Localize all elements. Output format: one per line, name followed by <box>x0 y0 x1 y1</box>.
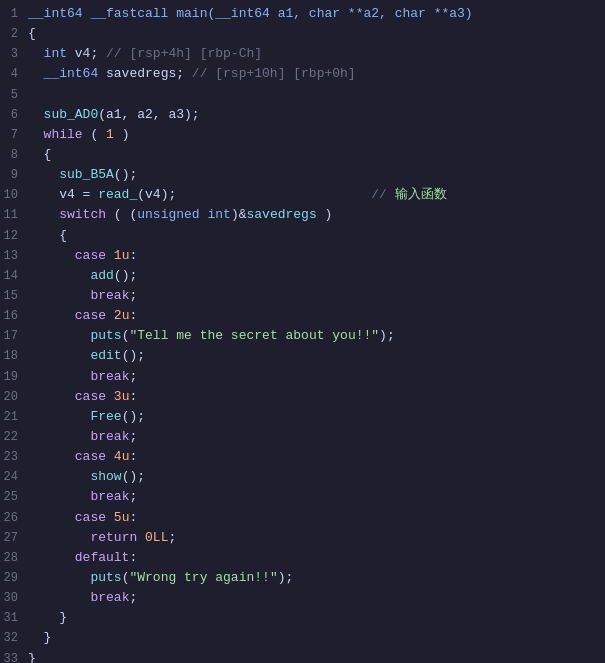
code-line: 26 case 5u: <box>0 508 605 528</box>
line-number: 15 <box>0 287 28 306</box>
code-line: 13 case 1u: <box>0 246 605 266</box>
line-number: 22 <box>0 428 28 447</box>
line-number: 14 <box>0 267 28 286</box>
line-number: 2 <box>0 25 28 44</box>
line-number: 32 <box>0 629 28 648</box>
code-line: 24 show(); <box>0 467 605 487</box>
line-content: __int64 savedregs; // [rsp+10h] [rbp+0h] <box>28 64 356 84</box>
line-content: __int64 __fastcall main(__int64 a1, char… <box>28 4 473 24</box>
line-content: break; <box>28 588 137 608</box>
line-number: 5 <box>0 86 28 105</box>
line-content: case 5u: <box>28 508 137 528</box>
line-number: 3 <box>0 45 28 64</box>
code-line: 11 switch ( (unsigned int)&savedregs ) <box>0 205 605 225</box>
line-number: 26 <box>0 509 28 528</box>
line-content: break; <box>28 367 137 387</box>
line-content: int v4; // [rsp+4h] [rbp-Ch] <box>28 44 262 64</box>
line-content: default: <box>28 548 137 568</box>
line-number: 19 <box>0 368 28 387</box>
line-number: 18 <box>0 347 28 366</box>
code-line: 3 int v4; // [rsp+4h] [rbp-Ch] <box>0 44 605 64</box>
line-content: return 0LL; <box>28 528 176 548</box>
line-number: 10 <box>0 186 28 205</box>
line-number: 8 <box>0 146 28 165</box>
code-line: 14 add(); <box>0 266 605 286</box>
code-line: 27 return 0LL; <box>0 528 605 548</box>
code-line: 2{ <box>0 24 605 44</box>
line-number: 31 <box>0 609 28 628</box>
line-number: 24 <box>0 468 28 487</box>
line-content: { <box>28 226 67 246</box>
code-line: 4 __int64 savedregs; // [rsp+10h] [rbp+0… <box>0 64 605 84</box>
line-content: sub_AD0(a1, a2, a3); <box>28 105 200 125</box>
line-number: 33 <box>0 650 28 664</box>
code-line: 32 } <box>0 628 605 648</box>
code-line: 6 sub_AD0(a1, a2, a3); <box>0 105 605 125</box>
code-line: 20 case 3u: <box>0 387 605 407</box>
code-line: 25 break; <box>0 487 605 507</box>
line-number: 4 <box>0 65 28 84</box>
line-number: 28 <box>0 549 28 568</box>
line-number: 1 <box>0 5 28 24</box>
line-number: 7 <box>0 126 28 145</box>
code-line: 19 break; <box>0 367 605 387</box>
code-line: 23 case 4u: <box>0 447 605 467</box>
line-number: 23 <box>0 448 28 467</box>
line-number: 27 <box>0 529 28 548</box>
line-content <box>28 85 36 105</box>
line-content: while ( 1 ) <box>28 125 129 145</box>
line-number: 9 <box>0 166 28 185</box>
line-number: 6 <box>0 106 28 125</box>
code-line: 33} <box>0 649 605 664</box>
line-number: 20 <box>0 388 28 407</box>
line-content: add(); <box>28 266 137 286</box>
code-line: 28 default: <box>0 548 605 568</box>
line-content: } <box>28 628 51 648</box>
code-line: 18 edit(); <box>0 346 605 366</box>
line-content: break; <box>28 427 137 447</box>
code-line: 15 break; <box>0 286 605 306</box>
code-line: 30 break; <box>0 588 605 608</box>
line-content: case 2u: <box>28 306 137 326</box>
line-content: Free(); <box>28 407 145 427</box>
line-content: show(); <box>28 467 145 487</box>
line-number: 13 <box>0 247 28 266</box>
line-content: switch ( (unsigned int)&savedregs ) <box>28 205 332 225</box>
code-line: 21 Free(); <box>0 407 605 427</box>
code-line: 10 v4 = read_(v4); // 输入函数 <box>0 185 605 205</box>
code-line: 16 case 2u: <box>0 306 605 326</box>
line-content: puts("Wrong try again!!"); <box>28 568 293 588</box>
line-content: { <box>28 145 51 165</box>
line-content: puts("Tell me the secret about you!!"); <box>28 326 395 346</box>
code-line: 9 sub_B5A(); <box>0 165 605 185</box>
code-line: 1__int64 __fastcall main(__int64 a1, cha… <box>0 4 605 24</box>
line-content: case 3u: <box>28 387 137 407</box>
line-content: sub_B5A(); <box>28 165 137 185</box>
line-content: { <box>28 24 36 44</box>
code-editor: 1__int64 __fastcall main(__int64 a1, cha… <box>0 0 605 663</box>
line-content: } <box>28 649 36 664</box>
code-line: 31 } <box>0 608 605 628</box>
line-number: 12 <box>0 227 28 246</box>
line-number: 30 <box>0 589 28 608</box>
code-line: 12 { <box>0 226 605 246</box>
line-content: case 4u: <box>28 447 137 467</box>
line-number: 25 <box>0 488 28 507</box>
code-line: 17 puts("Tell me the secret about you!!"… <box>0 326 605 346</box>
line-number: 29 <box>0 569 28 588</box>
code-line: 29 puts("Wrong try again!!"); <box>0 568 605 588</box>
code-line: 8 { <box>0 145 605 165</box>
line-content: break; <box>28 286 137 306</box>
line-content: v4 = read_(v4); // 输入函数 <box>28 185 447 205</box>
line-number: 16 <box>0 307 28 326</box>
line-number: 21 <box>0 408 28 427</box>
line-number: 17 <box>0 327 28 346</box>
code-line: 5 <box>0 85 605 105</box>
line-content: case 1u: <box>28 246 137 266</box>
line-content: edit(); <box>28 346 145 366</box>
line-number: 11 <box>0 206 28 225</box>
line-content: } <box>28 608 67 628</box>
line-content: break; <box>28 487 137 507</box>
code-line: 22 break; <box>0 427 605 447</box>
code-line: 7 while ( 1 ) <box>0 125 605 145</box>
